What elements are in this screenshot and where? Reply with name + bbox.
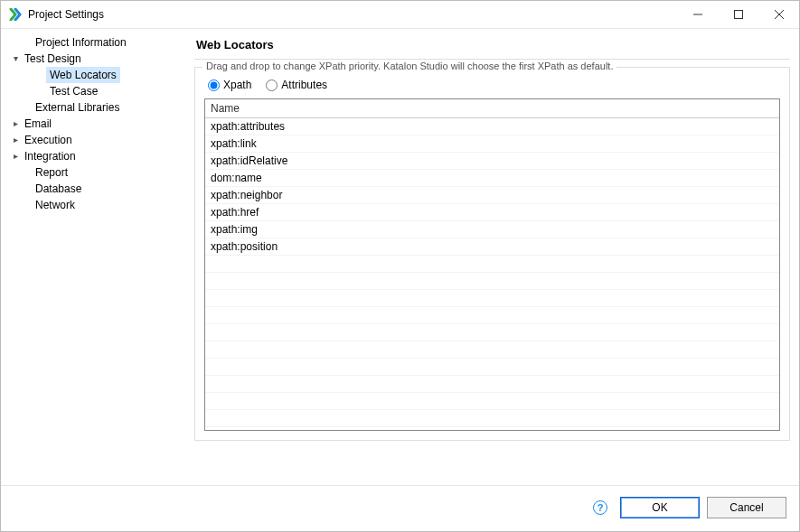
- radio-xpath-input[interactable]: [208, 79, 220, 91]
- table-column-header-name[interactable]: Name: [205, 99, 779, 118]
- table-row: [205, 341, 779, 359]
- window-close-button[interactable]: [758, 1, 799, 28]
- caret-icon: ▸: [10, 148, 21, 164]
- tree-item-label: Integration: [21, 148, 80, 164]
- tree-item-label: External Libraries: [32, 99, 123, 116]
- tree-item-label: Report: [32, 164, 71, 181]
- caret-icon: ▸: [10, 132, 21, 148]
- tree-item-label: Database: [32, 181, 85, 197]
- xpath-priority-group: Drag and drop to change XPath priority. …: [194, 67, 790, 441]
- tree-item-label: Email: [21, 116, 55, 132]
- title-bar: Project Settings: [1, 1, 799, 28]
- table-row[interactable]: xpath:neighbor: [205, 187, 779, 204]
- tree-item-label: Test Design: [21, 51, 85, 67]
- table-row: [205, 290, 779, 307]
- dialog-footer: ? OK Cancel: [1, 485, 799, 531]
- table-row: [205, 410, 779, 427]
- radio-xpath[interactable]: Xpath: [208, 79, 251, 91]
- tree-item-label: Network: [32, 197, 79, 213]
- table-row: [205, 324, 779, 341]
- table-row[interactable]: xpath:position: [205, 238, 779, 256]
- tree-item-test-case[interactable]: Test Case: [6, 83, 176, 99]
- app-logo-icon: [8, 7, 23, 22]
- table-row: [205, 256, 779, 273]
- caret-icon: ▾: [10, 51, 21, 67]
- group-legend: Drag and drop to change XPath priority. …: [202, 61, 616, 71]
- svg-rect-1: [734, 11, 742, 19]
- help-icon[interactable]: ?: [593, 500, 607, 515]
- tree-item-label: Execution: [21, 132, 76, 148]
- table-row[interactable]: xpath:attributes: [205, 118, 779, 135]
- locator-mode-radios: Xpath Attributes: [208, 79, 780, 91]
- tree-item-label: Test Case: [46, 83, 101, 99]
- table-row: [205, 273, 779, 290]
- content-pane: Web Locators Drag and drop to change XPa…: [182, 29, 799, 485]
- tree-item-database[interactable]: Database: [6, 181, 176, 197]
- settings-tree: Project Information▾Test DesignWeb Locat…: [3, 34, 180, 213]
- window-title: Project Settings: [28, 8, 104, 21]
- tree-item-test-design[interactable]: ▾Test Design: [6, 51, 176, 67]
- radio-attributes-label: Attributes: [281, 79, 327, 91]
- divider: [194, 59, 790, 60]
- radio-attributes-input[interactable]: [266, 79, 278, 91]
- cancel-button[interactable]: Cancel: [707, 497, 786, 518]
- tree-item-project-information[interactable]: Project Information: [6, 34, 176, 51]
- table-row: [205, 376, 779, 393]
- tree-item-report[interactable]: Report: [6, 164, 176, 181]
- table-row: [205, 307, 779, 324]
- tree-item-execution[interactable]: ▸Execution: [6, 132, 176, 148]
- table-row[interactable]: xpath:link: [205, 135, 779, 153]
- table-row: [205, 359, 779, 376]
- window-maximize-button[interactable]: [718, 1, 758, 28]
- radio-xpath-label: Xpath: [223, 79, 251, 91]
- tree-item-network[interactable]: Network: [6, 197, 176, 213]
- ok-button[interactable]: OK: [620, 497, 700, 518]
- caret-icon: ▸: [10, 116, 21, 132]
- tree-item-web-locators[interactable]: Web Locators: [6, 67, 176, 83]
- tree-item-external-libraries[interactable]: External Libraries: [6, 99, 176, 116]
- tree-item-integration[interactable]: ▸Integration: [6, 148, 176, 164]
- sidebar: Project Information▾Test DesignWeb Locat…: [1, 29, 182, 485]
- table-row[interactable]: dom:name: [205, 170, 779, 187]
- tree-item-email[interactable]: ▸Email: [6, 116, 176, 132]
- table-row[interactable]: xpath:img: [205, 221, 779, 238]
- table-body: xpath:attributesxpath:linkxpath:idRelati…: [205, 118, 779, 430]
- table-row: [205, 393, 779, 410]
- tree-item-label: Web Locators: [46, 67, 120, 83]
- table-row[interactable]: xpath:idRelative: [205, 153, 779, 170]
- tree-item-label: Project Information: [32, 34, 130, 51]
- panel-title: Web Locators: [194, 34, 790, 59]
- table-row[interactable]: xpath:href: [205, 204, 779, 221]
- xpath-table: Name xpath:attributesxpath:linkxpath:idR…: [204, 98, 780, 431]
- radio-attributes[interactable]: Attributes: [266, 79, 327, 91]
- window-minimize-button[interactable]: [677, 1, 718, 28]
